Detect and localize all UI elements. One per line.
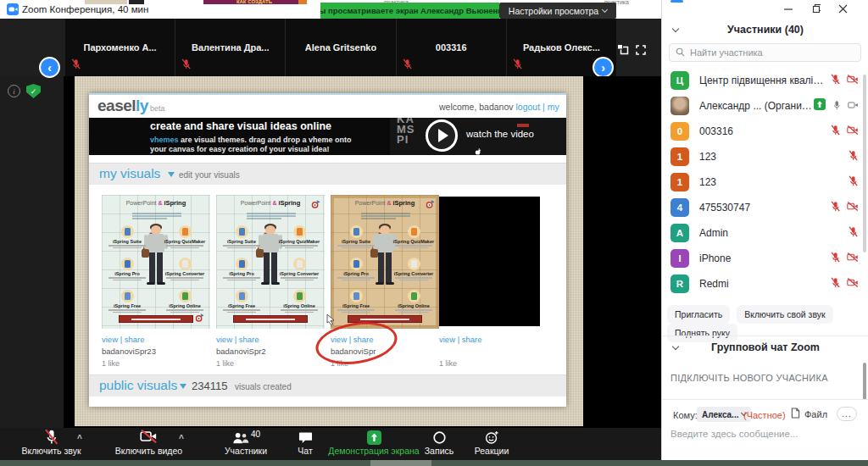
participant-row[interactable]: 1123 xyxy=(662,169,868,195)
participant-row[interactable]: IiPhone xyxy=(662,246,868,271)
participant-search-input[interactable]: Найти участника xyxy=(669,43,861,62)
participant-video-tile[interactable]: Валентина Дра... xyxy=(175,19,285,76)
mic-white-slash-icon xyxy=(7,429,96,445)
mic-muted-icon[interactable] xyxy=(830,251,841,266)
share-badge-icon[interactable] xyxy=(814,98,826,114)
camera-muted-icon[interactable] xyxy=(847,276,859,291)
camera-gray-icon[interactable] xyxy=(848,98,859,114)
infographic-item: iSpring Online xyxy=(276,290,322,313)
mic-gray-icon[interactable] xyxy=(832,98,842,114)
infographic-item: iSpring Pro xyxy=(219,258,264,280)
mic-muted-icon[interactable] xyxy=(848,175,859,190)
watch-video-label: watch the video xyxy=(466,129,534,139)
smiley-icon xyxy=(466,429,517,445)
raise-hand-button[interactable]: Поднять руку xyxy=(667,324,737,342)
participant-row[interactable]: 4475530747 xyxy=(662,195,868,220)
participant-video-tile[interactable]: 003316 xyxy=(396,19,506,76)
mic-muted-icon[interactable] xyxy=(848,149,859,164)
participant-name: Admin xyxy=(699,227,848,239)
participant-avatar: Ц xyxy=(670,71,689,90)
toolbar-participants-button[interactable]: 40Участники xyxy=(214,429,278,459)
participant-video-tile[interactable]: Alena Gritsenko xyxy=(285,19,395,76)
mic-muted-icon[interactable] xyxy=(830,73,841,88)
maximize-button[interactable] xyxy=(806,2,825,15)
participant-avatar: I xyxy=(670,249,689,268)
close-button[interactable] xyxy=(833,2,852,15)
camera-muted-icon[interactable] xyxy=(847,124,859,139)
toolbar-record-button[interactable]: Запись xyxy=(417,429,461,459)
shared-screen-area[interactable]: easellybeta welcome, badanov logout | my… xyxy=(64,76,661,428)
welcome-text: welcome, badanov xyxy=(439,102,514,112)
mic-muted-icon[interactable] xyxy=(848,225,859,241)
mic-muted-icon[interactable] xyxy=(830,200,841,215)
infographic-title: PowerPoint & iSpring xyxy=(331,199,439,207)
participant-photo-avatar xyxy=(670,97,689,115)
meeting-info-icon[interactable]: i xyxy=(8,85,20,97)
next-videos-button[interactable]: › xyxy=(593,57,614,78)
send-to-label: Кому: xyxy=(673,410,698,420)
attach-file-button[interactable]: Файл xyxy=(791,408,827,420)
unmute-self-button[interactable]: Включить свой звук xyxy=(737,305,832,324)
view-settings-button[interactable]: Настройки просмотра xyxy=(499,3,616,19)
infographic-title: PowerPoint & iSpring xyxy=(216,199,325,207)
camera-muted-icon[interactable] xyxy=(847,251,859,266)
participant-row[interactable]: RRedmi xyxy=(662,271,868,297)
participant-name: 123 xyxy=(699,176,848,188)
participant-row[interactable]: Александр ... (Организатор) xyxy=(662,93,868,119)
mic-muted-icon[interactable] xyxy=(830,276,841,291)
invite-button[interactable]: Пригласить xyxy=(667,305,730,324)
participant-row[interactable]: ЦЦентр підвищення кваліфік... (Я) xyxy=(662,68,868,93)
video-thumb-red-mark xyxy=(517,124,529,127)
previous-videos-button[interactable]: ‹ xyxy=(39,57,60,78)
encryption-shield-icon[interactable]: ✓ xyxy=(26,84,41,98)
participant-video-tile[interactable]: Пархоменко А... xyxy=(65,19,175,76)
infographic-item: iSpring Pro xyxy=(104,258,150,280)
participants-scrollbar[interactable] xyxy=(863,75,866,252)
chat-input-placeholder[interactable]: Введите здесь сообщение... xyxy=(670,429,798,439)
infographic-item: iSpring Online xyxy=(391,290,437,313)
camera-muted-icon[interactable] xyxy=(847,200,859,215)
toolbar-audio-button[interactable]: ^Включить звук xyxy=(7,429,96,459)
chevron-up-icon[interactable]: ^ xyxy=(179,434,184,443)
infographic-item: iSpring Suite xyxy=(333,225,379,248)
toolbar-share-button[interactable]: Демонстрация экрана xyxy=(326,429,421,459)
participant-name: iPhone xyxy=(699,252,830,264)
video-strip: Пархоменко А...Валентина Дра...Alena Gri… xyxy=(0,19,661,76)
participants-header: Участники (40) xyxy=(662,24,868,36)
chevron-down-icon xyxy=(602,6,608,12)
mic-muted-icon[interactable] xyxy=(830,124,841,139)
participant-name: Александр ... (Организатор) xyxy=(699,100,814,112)
participant-status-icons xyxy=(814,98,859,114)
toolbar-reactions-button[interactable]: Реакции xyxy=(466,429,517,459)
muted-mic-icon xyxy=(402,58,413,73)
infographic-description xyxy=(132,213,181,220)
infographic-banner xyxy=(233,315,308,323)
chat-scrollbar[interactable] xyxy=(863,363,866,400)
participant-avatar: R xyxy=(670,275,689,293)
chat-more-button[interactable]: ... xyxy=(837,407,857,421)
background-window-fragment xyxy=(85,0,127,4)
thumbnail-caption: view | sharebadanoviSpr21 like xyxy=(216,334,325,369)
participant-status-icons xyxy=(830,251,859,266)
participant-row[interactable]: 1123 xyxy=(662,144,868,169)
camera-muted-icon[interactable] xyxy=(847,73,859,88)
toolbar-video-button[interactable]: ^Включить видео xyxy=(100,429,198,459)
video-tile-name: Валентина Дра... xyxy=(192,42,269,53)
dart-icon xyxy=(426,197,435,213)
view-layout-icon[interactable] xyxy=(617,43,629,58)
visual-thumbnail xyxy=(439,197,540,326)
chevron-up-icon[interactable]: ^ xyxy=(77,434,82,443)
fullscreen-icon[interactable] xyxy=(636,43,646,58)
section-divider xyxy=(662,336,868,336)
muted-mic-icon xyxy=(512,58,523,73)
participant-name: 123 xyxy=(699,151,848,163)
promo-line2: vhemes are visual themes. drag and drop … xyxy=(150,136,352,144)
participant-row[interactable]: 0003316 xyxy=(662,119,868,144)
toolbar-chat-button[interactable]: Чат xyxy=(285,429,326,459)
viewing-screen-banner: Вы просматриваете экран Александр Вьюнен… xyxy=(320,3,499,19)
infographic-item: iSpring Converter xyxy=(276,258,322,280)
easelly-webpage: easellybeta welcome, badanov logout | my… xyxy=(89,93,566,407)
participant-avatar: A xyxy=(670,224,689,242)
participant-row[interactable]: AAdmin xyxy=(662,220,868,246)
minimize-button[interactable] xyxy=(779,2,798,15)
